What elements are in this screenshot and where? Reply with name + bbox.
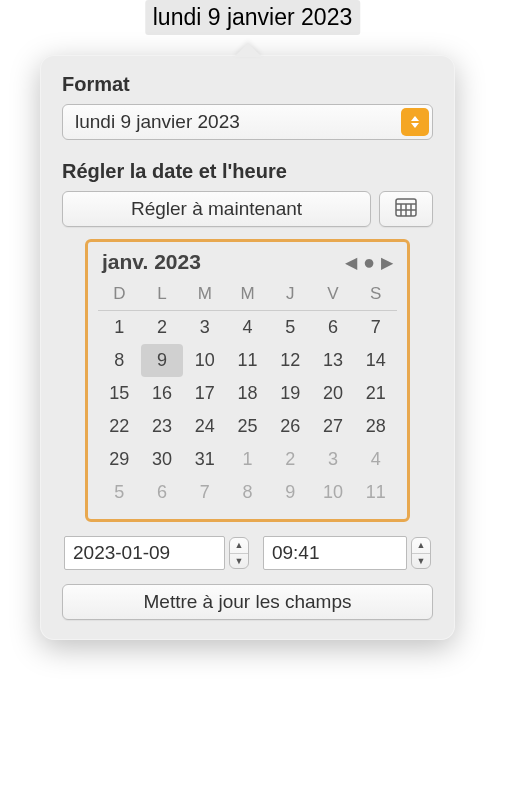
calendar-dow: V	[312, 280, 355, 311]
time-stepper[interactable]: ▲ ▼	[411, 537, 431, 569]
calendar-day[interactable]: 31	[183, 443, 226, 476]
calendar-day[interactable]: 13	[312, 344, 355, 377]
calendar-day[interactable]: 22	[98, 410, 141, 443]
calendar-day[interactable]: 24	[183, 410, 226, 443]
calendar-dow: L	[141, 280, 184, 311]
stepper-up-icon[interactable]: ▲	[412, 538, 430, 554]
calendar-month-label: janv. 2023	[102, 250, 201, 274]
calendar-day[interactable]: 4	[354, 443, 397, 476]
calendar-day[interactable]: 17	[183, 377, 226, 410]
calendar-day[interactable]: 19	[269, 377, 312, 410]
stepper-up-icon[interactable]: ▲	[230, 538, 248, 554]
calendar-day[interactable]: 6	[312, 311, 355, 344]
calendar-day[interactable]: 10	[312, 476, 355, 509]
calendar-day[interactable]: 12	[269, 344, 312, 377]
calendar-day[interactable]: 11	[226, 344, 269, 377]
calendar-day[interactable]: 16	[141, 377, 184, 410]
calendar-day[interactable]: 28	[354, 410, 397, 443]
format-dropdown[interactable]: lundi 9 janvier 2023	[62, 104, 433, 140]
calendar-day[interactable]: 1	[226, 443, 269, 476]
date-field[interactable]: 2023-01-09	[64, 536, 225, 570]
calendar-widget: janv. 2023 ◀ ● ▶ DLMMJVS1234567891011121…	[85, 239, 410, 522]
calendar-day[interactable]: 18	[226, 377, 269, 410]
time-field[interactable]: 09:41	[263, 536, 407, 570]
calendar-day[interactable]: 7	[183, 476, 226, 509]
set-now-button[interactable]: Régler à maintenant	[62, 191, 371, 227]
calendar-day[interactable]: 3	[183, 311, 226, 344]
calendar-day[interactable]: 30	[141, 443, 184, 476]
calendar-day[interactable]: 9	[269, 476, 312, 509]
calendar-day[interactable]: 15	[98, 377, 141, 410]
calendar-day[interactable]: 29	[98, 443, 141, 476]
calendar-icon	[394, 196, 418, 223]
calendar-day[interactable]: 25	[226, 410, 269, 443]
selected-date-title: lundi 9 janvier 2023	[145, 0, 360, 35]
calendar-day[interactable]: 6	[141, 476, 184, 509]
calendar-day[interactable]: 5	[98, 476, 141, 509]
date-stepper[interactable]: ▲ ▼	[229, 537, 249, 569]
calendar-day[interactable]: 1	[98, 311, 141, 344]
calendar-toggle-button[interactable]	[379, 191, 433, 227]
update-fields-button[interactable]: Mettre à jour les champs	[62, 584, 433, 620]
dropdown-arrows-icon	[401, 108, 429, 136]
calendar-dow: J	[269, 280, 312, 311]
format-label: Format	[62, 73, 433, 96]
calendar-dow: M	[226, 280, 269, 311]
stepper-down-icon[interactable]: ▼	[230, 554, 248, 569]
today-dot-icon[interactable]: ●	[363, 252, 375, 272]
calendar-grid: DLMMJVS123456789101112131415161718192021…	[98, 280, 397, 509]
calendar-day[interactable]: 23	[141, 410, 184, 443]
calendar-day[interactable]: 7	[354, 311, 397, 344]
calendar-day[interactable]: 2	[269, 443, 312, 476]
calendar-day[interactable]: 4	[226, 311, 269, 344]
date-time-popover: Format lundi 9 janvier 2023 Régler la da…	[40, 55, 455, 640]
calendar-dow: M	[183, 280, 226, 311]
calendar-dow: S	[354, 280, 397, 311]
calendar-day[interactable]: 5	[269, 311, 312, 344]
calendar-dow: D	[98, 280, 141, 311]
calendar-day[interactable]: 27	[312, 410, 355, 443]
format-selected-value: lundi 9 janvier 2023	[75, 111, 240, 133]
calendar-day[interactable]: 8	[226, 476, 269, 509]
calendar-day[interactable]: 2	[141, 311, 184, 344]
calendar-day[interactable]: 10	[183, 344, 226, 377]
calendar-day[interactable]: 9	[141, 344, 184, 377]
datetime-label: Régler la date et l'heure	[62, 160, 433, 183]
calendar-day[interactable]: 20	[312, 377, 355, 410]
stepper-down-icon[interactable]: ▼	[412, 554, 430, 569]
next-month-icon[interactable]: ▶	[381, 253, 393, 272]
calendar-day[interactable]: 26	[269, 410, 312, 443]
calendar-day[interactable]: 11	[354, 476, 397, 509]
calendar-day[interactable]: 3	[312, 443, 355, 476]
calendar-day[interactable]: 21	[354, 377, 397, 410]
calendar-day[interactable]: 14	[354, 344, 397, 377]
calendar-day[interactable]: 8	[98, 344, 141, 377]
prev-month-icon[interactable]: ◀	[345, 253, 357, 272]
